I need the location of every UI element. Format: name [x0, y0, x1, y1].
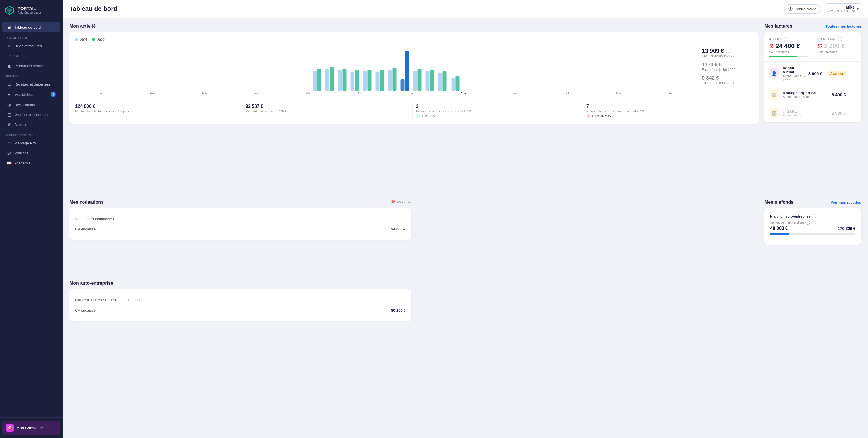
sidebar-footer: 🎯 Mon Conseiller	[0, 417, 63, 438]
more-icon-1[interactable]: ⋮	[851, 70, 857, 76]
svg-rect-18	[355, 70, 359, 91]
cotisations-label-0: Vente de marchandises	[75, 217, 114, 221]
plafonds-card: Plafond micro-entreprise i Ventes de mar…	[765, 208, 861, 245]
help-button[interactable]: ⓘ Centre d'aide	[784, 4, 820, 14]
page-pro-icon: ▭	[7, 141, 11, 145]
stat-aou-2022: 13 909 € i Facturé en août 2022	[702, 48, 753, 58]
a-venir-progress	[769, 56, 808, 57]
plafond-label: Plafond micro-entreprise i	[770, 214, 816, 218]
info-icon-1[interactable]: i	[726, 49, 730, 54]
attention-badge-1: Attention	[828, 71, 846, 76]
en-retard-info-icon[interactable]: i	[838, 37, 842, 41]
sidebar-item-declarations[interactable]: ◎ Déclarations	[2, 100, 60, 110]
recettes-icon: ▤	[7, 82, 11, 87]
summary-amount-2: 92 587 €	[246, 104, 409, 109]
facture-due-3: Attendu dans: ...	[783, 114, 828, 117]
label-avr: Avr	[230, 92, 282, 95]
sidebar-item-modeles-contrats[interactable]: ▤ Modèles de contrats	[2, 110, 60, 120]
sidebar-item-label: Missions	[14, 151, 29, 155]
plafonds-header: Mes plafonds Voir mes recettes	[765, 200, 861, 205]
ventes-info-icon[interactable]: i	[805, 220, 810, 225]
sidebar-item-label: Déclarations	[14, 103, 35, 107]
legend-dot-2021	[75, 38, 78, 41]
autoentreprise-value-1: 80 200 €	[391, 308, 406, 313]
svg-rect-22	[405, 51, 409, 91]
bottom-row: Mon auto-entreprise Chiffre d'affaires /…	[69, 200, 759, 356]
voir-recettes-link[interactable]: Voir mes recettes	[831, 200, 861, 205]
conseiller-label: Mon Conseiller	[17, 426, 43, 430]
svg-rect-24	[430, 70, 434, 91]
label-jan: Jan	[75, 92, 127, 95]
facture-days-2: 8 jours	[803, 95, 812, 98]
summary-total-2021: 92 587 € Montant total facturé en 2021	[242, 104, 412, 118]
sidebar-item-ma-page-pro[interactable]: ▭ Ma Page Pro	[2, 138, 60, 148]
sidebar-item-tableau-de-bord[interactable]: ⊞ Tableau de bord	[2, 23, 60, 32]
bar-chart-svg	[75, 45, 696, 91]
sidebar-item-academie[interactable]: 📖 Académie	[2, 158, 60, 168]
mon-conseiller-button[interactable]: 🎯 Mon Conseiller	[2, 421, 60, 435]
more-icon-3[interactable]: ⋮	[851, 110, 857, 116]
sidebar-item-label: Produits et services	[14, 64, 46, 68]
facture-amount-3: 2 000 €	[832, 111, 846, 116]
en-retard-amount: ⏰ 2 200 €	[817, 42, 857, 50]
factures-card: À VENIR i ⏰ 24 400 € Soit 7 factures	[765, 32, 861, 122]
progress-fill	[769, 56, 797, 57]
summary-factures: 7 Nombre de factures émises en août 2022…	[583, 104, 753, 118]
sidebar-item-recettes-depenses[interactable]: ▤ Recettes et dépenses	[2, 80, 60, 89]
svg-rect-10	[401, 80, 405, 91]
legend-dot-2022	[92, 38, 95, 41]
summary-bar: 124 800 € Montant total facturé depuis l…	[75, 99, 753, 118]
sidebar-item-bons-plans[interactable]: ⊛ Bons plans	[2, 120, 60, 129]
autoentreprise-table: Chiffre d'affaires / Dépenses totales i …	[75, 295, 406, 315]
label-mar: Mar	[179, 92, 230, 95]
plafond-info-icon[interactable]: i	[812, 214, 816, 218]
legend-2022: 2022	[92, 38, 105, 42]
logo-sub: Auto-Entrepreneur	[18, 11, 41, 14]
sidebar-item-missions[interactable]: ◎ Missions	[2, 148, 60, 158]
summary-total-2022: 124 800 € Montant total facturé depuis l…	[75, 104, 242, 118]
chart-area: 2021 2022	[75, 38, 696, 95]
clock-icon-gray: ⏰	[817, 44, 822, 49]
label-jun: Jun	[334, 92, 386, 95]
cotisations-label-1: CA encaissé	[75, 227, 96, 231]
svg-rect-13	[438, 73, 442, 91]
sidebar-item-label: Tableau de bord	[14, 25, 41, 30]
logo-portail: PORTAIL	[18, 6, 41, 11]
factures-a-venir: À VENIR i ⏰ 24 400 € Soit 7 factures	[769, 37, 808, 57]
user-profile[interactable]: Mike 732 829 320 00074 ▾	[825, 3, 861, 14]
plafonds-title: Mes plafonds	[765, 200, 794, 205]
factures-summary: À VENIR i ⏰ 24 400 € Soit 7 factures	[765, 32, 861, 62]
autoentreprise-title: Mon auto-entreprise	[69, 281, 411, 286]
summary-label-3: Nouveaux clients facturés en août 2022	[416, 110, 579, 113]
ca-info-icon[interactable]: i	[135, 298, 140, 302]
plafond-progress-bar	[770, 233, 856, 236]
more-icon-2[interactable]: ⋮	[851, 91, 857, 98]
svg-rect-23	[417, 69, 422, 91]
label-jul: Jul	[386, 92, 438, 95]
help-circle-icon: ⓘ	[788, 6, 793, 12]
facture-due-1: Attendu dans: 6 jours	[783, 74, 805, 81]
label-sep: Sep	[489, 92, 541, 95]
chevron-down-icon: ▾	[857, 7, 859, 11]
cotisations-card: Vente de marchandises CA encaissé 24 000…	[69, 208, 411, 240]
a-venir-label: À VENIR i	[769, 37, 808, 41]
svg-rect-9	[388, 70, 392, 91]
sidebar-item-mes-taches[interactable]: ≡ Mes tâches 3	[2, 89, 60, 99]
a-venir-info-icon[interactable]: i	[784, 37, 788, 41]
sidebar-item-produits-services[interactable]: ▣ Produits et services	[2, 61, 60, 70]
toutes-factures-link[interactable]: Toutes mes factures	[826, 24, 861, 28]
contrats-icon: ▤	[7, 112, 11, 117]
plafond-item-1: Plafond micro-entreprise i Ventes de mar…	[770, 214, 856, 236]
products-icon: ▣	[7, 63, 11, 68]
main-area: Tableau de bord ⓘ Centre d'aide Mike 732…	[63, 0, 868, 438]
plafond-value-left: 40 000 €	[770, 226, 788, 231]
facture-item-3: 🏢 ... SARL Attendu dans: ... 2 000 € ⋮	[765, 104, 861, 122]
factures-header: Mes factures Toutes mes factures	[765, 24, 861, 29]
svg-rect-5	[338, 70, 342, 91]
sidebar-item-devis-factures[interactable]: ○ Devis et factures	[2, 41, 60, 51]
sidebar-item-label: Mes tâches	[14, 92, 33, 97]
sidebar-item-label: Modèles de contrats	[14, 113, 48, 117]
cotisations-table: Vente de marchandises CA encaissé 24 000…	[75, 214, 406, 234]
sidebar-item-clients[interactable]: ⊙ Clients	[2, 51, 60, 61]
svg-rect-14	[452, 77, 456, 91]
